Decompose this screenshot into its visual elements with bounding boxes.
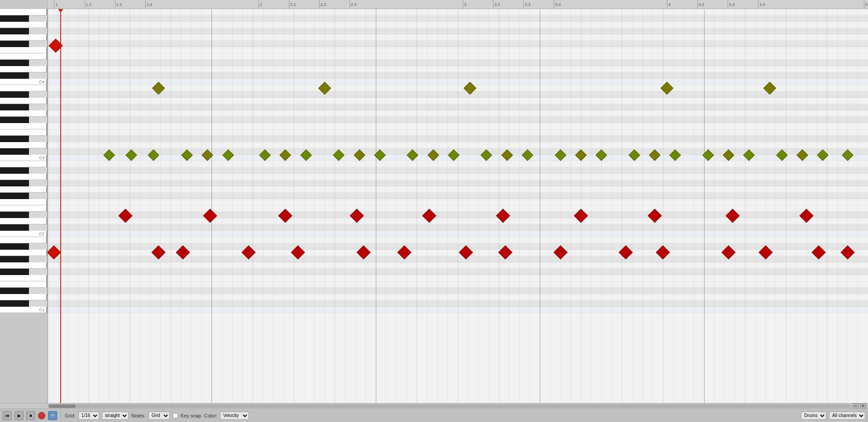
beat-line bbox=[499, 9, 499, 403]
white-piano-key[interactable] bbox=[0, 275, 47, 281]
black-piano-key[interactable] bbox=[0, 72, 29, 79]
ruler-mark: 1.3 bbox=[115, 0, 122, 9]
loop-button[interactable]: ↻ bbox=[48, 411, 57, 420]
white-piano-key[interactable] bbox=[0, 110, 47, 117]
beat-line bbox=[253, 9, 253, 403]
black-piano-key[interactable] bbox=[0, 180, 29, 186]
white-piano-key[interactable] bbox=[0, 9, 47, 15]
playhead bbox=[60, 9, 61, 403]
sub-beat-line bbox=[150, 9, 151, 403]
grid-select[interactable]: 1/16 1/8 1/4 bbox=[78, 412, 99, 420]
sub-beat-line bbox=[489, 9, 489, 403]
grid-section[interactable] bbox=[48, 9, 868, 403]
black-piano-key[interactable] bbox=[0, 60, 29, 66]
scrollbar-thumb[interactable] bbox=[48, 404, 76, 408]
white-piano-key[interactable] bbox=[0, 142, 47, 148]
white-piano-key[interactable] bbox=[0, 199, 47, 205]
snap-type-select[interactable]: straight triplet bbox=[102, 412, 129, 420]
white-piano-key[interactable] bbox=[0, 237, 47, 243]
sub-beat-line bbox=[550, 9, 551, 403]
black-piano-key[interactable] bbox=[0, 243, 29, 250]
sub-beat-line bbox=[817, 9, 817, 403]
sub-beat-line bbox=[427, 9, 427, 403]
white-piano-key[interactable] bbox=[0, 218, 47, 224]
black-piano-key[interactable] bbox=[0, 288, 29, 294]
scrollbar-track[interactable] bbox=[48, 404, 852, 408]
white-piano-key[interactable] bbox=[0, 281, 47, 288]
notes-select[interactable]: Grid Free bbox=[149, 412, 170, 420]
instrument-select[interactable]: Drums Piano bbox=[801, 412, 826, 420]
black-piano-key[interactable] bbox=[0, 269, 29, 275]
beat-line bbox=[417, 9, 417, 403]
white-piano-key[interactable] bbox=[0, 186, 47, 193]
white-piano-key[interactable] bbox=[0, 262, 47, 269]
horizontal-scrollbar[interactable]: − + bbox=[0, 403, 868, 408]
sub-beat-line bbox=[407, 9, 407, 403]
sub-beat-line bbox=[468, 9, 469, 403]
sub-beat-line bbox=[755, 9, 756, 403]
rewind-button[interactable]: ⏮ bbox=[3, 411, 12, 420]
black-piano-key[interactable] bbox=[0, 148, 29, 155]
piano-section: C4C3C2C1 bbox=[0, 9, 48, 313]
white-piano-key[interactable] bbox=[0, 98, 47, 104]
white-piano-key[interactable] bbox=[0, 34, 47, 41]
bar-line bbox=[211, 9, 212, 403]
white-piano-key[interactable]: C2 bbox=[0, 231, 47, 237]
top-header: 11.21.31.422.22.32.433.23.33.444.24.34.4… bbox=[0, 0, 868, 9]
white-piano-key[interactable] bbox=[0, 250, 47, 256]
white-piano-key[interactable]: C1 bbox=[0, 307, 47, 313]
white-piano-key[interactable] bbox=[0, 85, 47, 91]
ruler-mark: 4 bbox=[667, 0, 671, 9]
black-piano-key[interactable] bbox=[0, 193, 29, 199]
black-piano-key[interactable] bbox=[0, 167, 29, 174]
grid-label: Grid: bbox=[65, 413, 76, 418]
stop-button[interactable]: ■ bbox=[26, 411, 35, 420]
bottom-toolbar: ⏮ ▶ ■ ↻ Grid: 1/16 1/8 1/4 straight trip… bbox=[0, 408, 868, 422]
white-piano-key[interactable] bbox=[0, 161, 47, 167]
black-piano-key[interactable] bbox=[0, 91, 29, 98]
play-button[interactable]: ▶ bbox=[14, 411, 24, 420]
bar-line bbox=[704, 9, 705, 403]
black-piano-key[interactable] bbox=[0, 28, 29, 34]
black-piano-key[interactable] bbox=[0, 41, 29, 47]
black-piano-key[interactable] bbox=[0, 256, 29, 262]
sub-beat-line bbox=[201, 9, 202, 403]
color-select[interactable]: Velocity Channel bbox=[220, 412, 249, 420]
key-snap-label: Key snap bbox=[181, 413, 201, 418]
record-button[interactable] bbox=[38, 412, 45, 419]
black-piano-key[interactable] bbox=[0, 224, 29, 231]
black-piano-key[interactable] bbox=[0, 104, 29, 110]
sub-beat-line bbox=[325, 9, 325, 403]
sub-beat-line bbox=[530, 9, 530, 403]
ruler-mark: 1.4 bbox=[145, 0, 153, 9]
beat-line bbox=[171, 9, 171, 403]
black-piano-key[interactable] bbox=[0, 300, 29, 307]
sub-beat-line bbox=[365, 9, 366, 403]
sub-beat-line bbox=[735, 9, 735, 403]
notes-label: Notes: bbox=[131, 413, 146, 418]
white-piano-key[interactable] bbox=[0, 174, 47, 180]
key-snap-checkbox[interactable] bbox=[173, 413, 178, 418]
bar-line bbox=[540, 9, 540, 403]
sub-beat-line bbox=[796, 9, 796, 403]
sub-beat-line bbox=[673, 9, 674, 403]
playhead-arrow bbox=[58, 9, 64, 13]
white-piano-key[interactable] bbox=[0, 205, 47, 212]
white-piano-key[interactable] bbox=[0, 123, 47, 129]
channels-select[interactable]: All channels Channel 1 bbox=[829, 412, 865, 420]
white-piano-key[interactable] bbox=[0, 53, 47, 60]
black-piano-key[interactable] bbox=[0, 136, 29, 142]
sub-beat-line bbox=[355, 9, 356, 403]
white-piano-key[interactable]: C4 bbox=[0, 79, 47, 85]
black-piano-key[interactable] bbox=[0, 15, 29, 22]
sub-beat-line bbox=[437, 9, 438, 403]
white-piano-key[interactable] bbox=[0, 47, 47, 53]
white-piano-key[interactable] bbox=[0, 22, 47, 28]
white-piano-key[interactable] bbox=[0, 294, 47, 300]
black-piano-key[interactable] bbox=[0, 117, 29, 123]
white-piano-key[interactable]: C3 bbox=[0, 155, 47, 161]
white-piano-key[interactable] bbox=[0, 66, 47, 72]
white-piano-key[interactable] bbox=[0, 129, 47, 136]
sub-beat-line bbox=[652, 9, 653, 403]
black-piano-key[interactable] bbox=[0, 212, 29, 218]
